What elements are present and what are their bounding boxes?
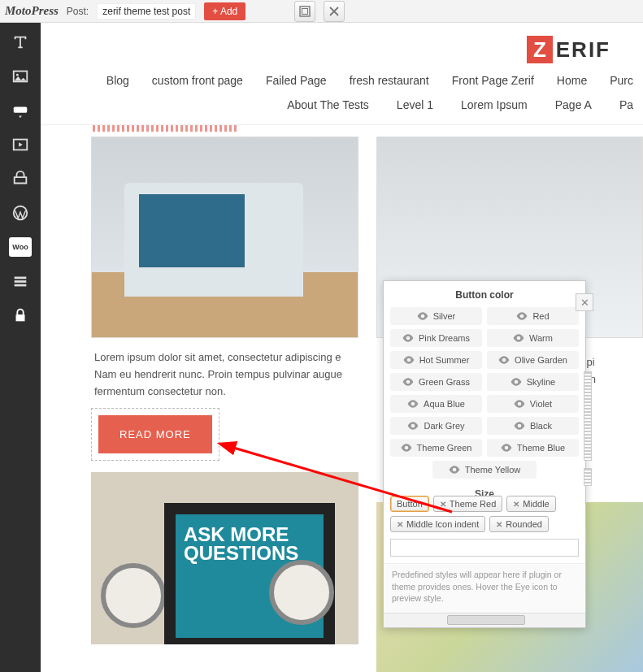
eye-icon <box>498 356 510 364</box>
svg-rect-1 <box>302 8 308 14</box>
secondary-nav: About The TestsLevel 1Lorem IpsumPage AP… <box>41 92 643 119</box>
nav-item[interactable]: Level 1 <box>397 98 433 111</box>
post-label: Post: <box>67 6 89 17</box>
color-option[interactable]: Skyline <box>487 373 579 391</box>
color-option[interactable]: Aqua Blue <box>390 395 482 413</box>
nav-item[interactable]: Purc <box>610 74 633 87</box>
eye-icon <box>514 422 525 430</box>
eye-icon <box>449 466 460 474</box>
popover-hint: Predefined styles will appear here if pl… <box>384 563 585 613</box>
topbar: MotoPress Post: zerif theme test post + … <box>0 0 643 23</box>
style-tags: Button✕Theme Red✕Middle✕Middle Icon inde… <box>384 496 585 539</box>
woo-tool-icon[interactable]: Woo <box>9 237 32 257</box>
color-option[interactable]: Silver <box>390 307 482 325</box>
post-name-field[interactable]: zerif theme test post <box>97 3 196 20</box>
eye-icon <box>403 356 415 364</box>
nav-item[interactable]: Failed Page <box>266 74 327 87</box>
svg-rect-10 <box>16 314 25 321</box>
color-option[interactable]: Hot Summer <box>390 351 482 369</box>
svg-rect-0 <box>300 7 310 16</box>
panel-resize-handle[interactable] <box>584 371 592 461</box>
eye-icon <box>510 378 522 386</box>
eye-icon <box>402 378 414 386</box>
primary-nav: Blogcustom front pageFailed Pagefresh re… <box>41 63 643 92</box>
body-text[interactable]: Lorem ipsum dolor sit amet, consectetur … <box>91 338 358 408</box>
style-tag[interactable]: ✕Middle <box>506 496 555 512</box>
close-popover-button[interactable]: ✕ <box>576 293 593 311</box>
spellcheck-squiggle <box>93 125 239 132</box>
color-option[interactable]: Dark Grey <box>390 417 482 435</box>
color-option[interactable]: Green Grass <box>390 373 482 391</box>
nav-item[interactable]: Pa <box>619 98 633 111</box>
hero-image-placeholder[interactable] <box>91 137 358 338</box>
svg-point-3 <box>16 74 19 76</box>
eye-icon <box>501 444 512 452</box>
read-more-button[interactable]: READ MORE <box>98 415 212 453</box>
nav-item[interactable]: Page A <box>555 98 592 111</box>
remove-tag-icon[interactable]: ✕ <box>513 500 519 509</box>
nav-item[interactable]: Home <box>557 74 587 87</box>
remove-tag-icon[interactable]: ✕ <box>440 500 446 509</box>
nav-item[interactable]: custom front page <box>152 74 243 87</box>
eye-icon <box>513 334 524 342</box>
selected-element-outline: READ MORE <box>91 408 219 461</box>
tag-input[interactable] <box>390 539 579 557</box>
eye-icon <box>417 312 428 320</box>
nav-item[interactable]: About The Tests <box>287 98 369 111</box>
color-option[interactable]: Violet <box>487 395 579 413</box>
wordpress-tool-icon[interactable] <box>9 203 32 223</box>
add-button[interactable]: + Add <box>204 2 245 20</box>
close-editor-button[interactable] <box>324 1 345 22</box>
popover-color-title: Button color <box>390 289 579 301</box>
left-toolbar: Woo <box>0 23 41 672</box>
eye-icon <box>401 444 412 452</box>
color-option[interactable]: Theme Blue <box>487 439 579 457</box>
panel-resize-handle-2[interactable] <box>584 468 592 486</box>
svg-rect-9 <box>15 284 27 287</box>
color-option[interactable]: Black <box>487 417 579 435</box>
layout-tool-icon[interactable] <box>9 271 32 291</box>
popover-size-title: Size <box>390 488 579 496</box>
nav-item[interactable]: Front Page Zerif <box>452 74 534 87</box>
left-column: Lorem ipsum dolor sit amet, consectetur … <box>91 137 358 672</box>
site-brand: ZERIF <box>41 37 643 63</box>
widget-tool-icon[interactable] <box>9 169 32 189</box>
color-option[interactable]: Olive Garden <box>487 351 579 369</box>
svg-rect-8 <box>15 280 27 283</box>
nav-item[interactable]: Blog <box>106 74 129 87</box>
poster-line-2: QUESTIONS <box>184 542 298 564</box>
brand-text: ERIF <box>553 37 610 62</box>
nav-item[interactable]: Lorem Ipsum <box>461 98 528 111</box>
video-tool-icon[interactable] <box>9 135 32 154</box>
button-tool-icon[interactable] <box>9 101 32 120</box>
style-tag[interactable]: Button <box>390 496 429 512</box>
color-option[interactable]: Warm <box>487 329 579 347</box>
svg-rect-7 <box>15 277 27 280</box>
remove-tag-icon[interactable]: ✕ <box>496 520 502 529</box>
style-tag[interactable]: ✕Theme Red <box>433 496 502 512</box>
brand-mark: Z <box>527 36 553 63</box>
color-option[interactable]: Theme Yellow <box>432 461 537 479</box>
color-option[interactable]: Theme Green <box>390 439 482 457</box>
popover-hscrollbar[interactable] <box>384 613 585 627</box>
image-tool-icon[interactable] <box>9 67 32 86</box>
eye-icon <box>514 400 525 408</box>
text-tool-icon[interactable] <box>9 33 32 52</box>
style-tag[interactable]: ✕Middle Icon indent <box>390 516 485 532</box>
fullscreen-button[interactable] <box>294 1 315 22</box>
svg-rect-4 <box>14 106 28 112</box>
style-popover: Button color SilverRedPink DreamsWarmHot… <box>383 280 586 628</box>
color-option[interactable]: Red <box>487 307 579 325</box>
app-logo: MotoPress <box>5 4 59 18</box>
style-tag[interactable]: ✕Rounded <box>489 516 549 532</box>
lock-tool-icon[interactable] <box>9 306 32 325</box>
color-option[interactable]: Pink Dreams <box>390 329 482 347</box>
second-image-placeholder[interactable]: ASK MOREQUESTIONS <box>91 472 358 644</box>
eye-icon <box>407 422 419 430</box>
site-header: ZERIF Blogcustom front pageFailed Pagefr… <box>41 23 643 125</box>
eye-icon <box>516 312 528 320</box>
remove-tag-icon[interactable]: ✕ <box>397 520 403 529</box>
eye-icon <box>407 400 419 408</box>
nav-item[interactable]: fresh restaurant <box>350 74 429 87</box>
eye-icon <box>402 334 414 342</box>
